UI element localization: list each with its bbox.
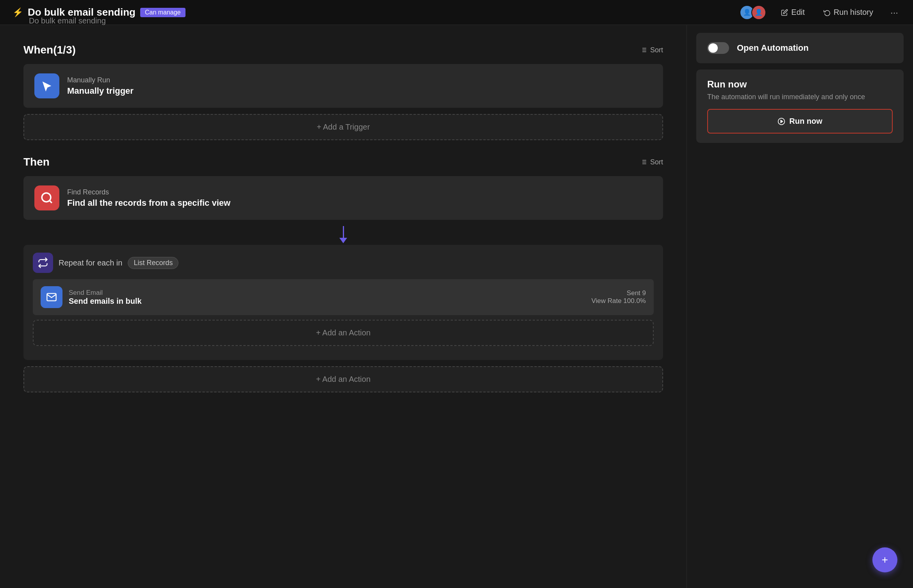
run-now-title: Run now bbox=[707, 79, 893, 90]
connector-arrow bbox=[23, 226, 663, 243]
header-right: 👤 👤 Edit Run history ··· bbox=[740, 5, 901, 20]
send-email-stats: Sent 9 View Rate 100.0% bbox=[591, 289, 646, 305]
manually-run-desc: Manually trigger bbox=[67, 86, 652, 96]
list-records-badge: List Records bbox=[128, 257, 178, 269]
right-panel: Open Automation Run now The automation w… bbox=[687, 25, 913, 588]
then-section: Then Sort Find Records Find all the reco… bbox=[23, 156, 663, 392]
automation-toggle[interactable] bbox=[707, 42, 729, 54]
avatar-group: 👤 👤 bbox=[740, 5, 766, 20]
svg-point-12 bbox=[42, 193, 51, 202]
open-automation-label: Open Automation bbox=[737, 43, 809, 53]
when-section-header: When(1/3) Sort bbox=[23, 44, 663, 56]
connector-stem bbox=[343, 226, 344, 238]
add-action-button[interactable]: + Add an Action bbox=[23, 366, 663, 392]
sort-icon bbox=[640, 46, 647, 53]
manually-run-label: Manually Run bbox=[67, 76, 652, 84]
when-section: When(1/3) Sort Manually Run Manually tri… bbox=[23, 44, 663, 140]
repeat-card[interactable]: Repeat for each in List Records Send Ema… bbox=[23, 245, 663, 360]
toggle-knob bbox=[708, 43, 718, 53]
run-now-card: Run now The automation will run immediat… bbox=[696, 69, 904, 143]
svg-marker-15 bbox=[781, 120, 783, 123]
manually-run-text: Manually Run Manually trigger bbox=[67, 76, 652, 96]
when-sort-button[interactable]: Sort bbox=[640, 46, 663, 54]
header: ⚡ Do bulk email sending Can manage Do bu… bbox=[0, 0, 913, 25]
can-manage-badge: Can manage bbox=[140, 8, 185, 17]
find-records-text: Find Records Find all the records from a… bbox=[67, 188, 652, 208]
send-email-label: Send Email bbox=[69, 289, 585, 297]
view-rate-label: View Rate 100.0% bbox=[591, 297, 646, 305]
find-records-icon bbox=[34, 185, 59, 210]
then-section-title: Then bbox=[23, 156, 50, 168]
main-layout: When(1/3) Sort Manually Run Manually tri… bbox=[0, 25, 913, 588]
find-records-desc: Find all the records from a specific vie… bbox=[67, 198, 652, 208]
open-automation-card: Open Automation bbox=[696, 33, 904, 63]
repeat-header: Repeat for each in List Records bbox=[33, 253, 654, 273]
sent-label: Sent 9 bbox=[591, 289, 646, 297]
fab-icon: + bbox=[882, 554, 888, 566]
then-section-header: Then Sort bbox=[23, 156, 663, 168]
search-icon bbox=[40, 191, 53, 205]
send-email-title: Send emails in bulk bbox=[69, 297, 585, 306]
edit-label: Edit bbox=[791, 8, 804, 17]
add-action-inner-label: + Add an Action bbox=[316, 328, 371, 337]
email-icon bbox=[46, 292, 57, 303]
edit-button[interactable]: Edit bbox=[777, 5, 808, 19]
breadcrumb: Do bulk email sending bbox=[29, 16, 106, 25]
send-email-icon bbox=[41, 286, 62, 308]
left-panel: When(1/3) Sort Manually Run Manually tri… bbox=[0, 25, 687, 588]
history-icon bbox=[824, 9, 831, 16]
run-history-label: Run history bbox=[834, 8, 873, 17]
fab-button[interactable]: + bbox=[872, 547, 897, 572]
play-icon bbox=[777, 118, 785, 125]
lightning-icon: ⚡ bbox=[12, 7, 23, 18]
connector-line bbox=[339, 226, 347, 243]
repeat-icon bbox=[33, 253, 53, 273]
more-options-button[interactable]: ··· bbox=[888, 5, 901, 20]
add-trigger-label: + Add a Trigger bbox=[317, 123, 370, 132]
then-sort-label: Sort bbox=[650, 158, 663, 166]
send-email-text: Send Email Send emails in bulk bbox=[69, 289, 585, 306]
loop-icon bbox=[37, 257, 48, 268]
manually-run-card[interactable]: Manually Run Manually trigger bbox=[23, 64, 663, 108]
edit-icon bbox=[781, 9, 788, 16]
run-now-button[interactable]: Run now bbox=[707, 109, 893, 134]
when-sort-label: Sort bbox=[650, 46, 663, 54]
add-action-inner-button[interactable]: + Add an Action bbox=[33, 320, 654, 346]
avatar: 👤 bbox=[751, 5, 766, 20]
find-records-card[interactable]: Find Records Find all the records from a… bbox=[23, 176, 663, 220]
run-now-button-label: Run now bbox=[789, 117, 822, 126]
connector-arrowhead bbox=[339, 238, 347, 243]
svg-line-13 bbox=[50, 201, 52, 203]
manually-run-icon bbox=[34, 73, 59, 98]
run-now-description: The automation will run immediately and … bbox=[707, 93, 893, 101]
when-section-title: When(1/3) bbox=[23, 44, 76, 56]
sort-icon-then bbox=[640, 159, 647, 166]
run-history-button[interactable]: Run history bbox=[820, 5, 877, 19]
add-trigger-button[interactable]: + Add a Trigger bbox=[23, 114, 663, 140]
cursor-icon bbox=[40, 79, 53, 93]
header-left: ⚡ Do bulk email sending Can manage Do bu… bbox=[12, 6, 740, 18]
add-action-label: + Add an Action bbox=[316, 375, 371, 384]
send-email-card[interactable]: Send Email Send emails in bulk Sent 9 Vi… bbox=[33, 279, 654, 315]
then-sort-button[interactable]: Sort bbox=[640, 158, 663, 166]
repeat-label: Repeat for each in bbox=[59, 258, 122, 267]
find-records-label: Find Records bbox=[67, 188, 652, 196]
